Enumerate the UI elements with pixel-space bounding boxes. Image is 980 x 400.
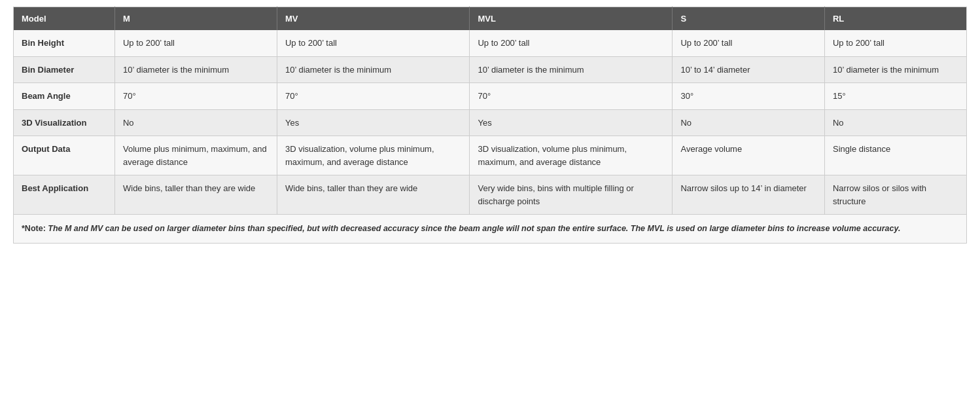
- row-label: Best Application: [14, 175, 115, 215]
- table-cell: Volume plus minimum, maximum, and averag…: [114, 136, 277, 175]
- comparison-table-container: Model M MV MVL S RL Bin HeightUp to 200’…: [0, 0, 980, 257]
- table-cell: 3D visualization, volume plus minimum, m…: [470, 136, 673, 175]
- table-cell: 70°: [114, 83, 277, 110]
- table-cell: Wide bins, taller than they are wide: [114, 175, 277, 215]
- note-row: *Note: The M and MV can be used on large…: [14, 215, 967, 244]
- row-label: Beam Angle: [14, 83, 115, 110]
- table-cell: Narrow silos or silos with structure: [824, 175, 966, 215]
- table-row: Output DataVolume plus minimum, maximum,…: [14, 136, 967, 175]
- col-header-model: Model: [14, 7, 115, 31]
- table-row: 3D VisualizationNoYesYesNoNo: [14, 109, 967, 136]
- table-cell: Up to 200’ tall: [824, 30, 966, 56]
- table-cell: 10’ diameter is the minimum: [470, 56, 673, 83]
- col-header-rl: RL: [824, 7, 966, 31]
- table-cell: Very wide bins, bins with multiple filli…: [470, 175, 673, 215]
- table-header-row: Model M MV MVL S RL: [14, 7, 967, 31]
- row-label: Output Data: [14, 136, 115, 175]
- table-cell: Narrow silos up to 14’ in diameter: [673, 175, 825, 215]
- note-cell: *Note: The M and MV can be used on large…: [14, 215, 967, 244]
- table-cell: 30°: [673, 83, 825, 110]
- table-cell: 70°: [277, 83, 470, 110]
- table-cell: Single distance: [824, 136, 966, 175]
- row-label: Bin Height: [14, 30, 115, 56]
- table-cell: 10’ diameter is the minimum: [824, 56, 966, 83]
- table-cell: Up to 200’ tall: [673, 30, 825, 56]
- table-cell: No: [824, 109, 966, 136]
- table-cell: Up to 200’ tall: [470, 30, 673, 56]
- table-cell: Wide bins, taller than they are wide: [277, 175, 470, 215]
- table-cell: 3D visualization, volume plus minimum, m…: [277, 136, 470, 175]
- table-cell: 70°: [470, 83, 673, 110]
- row-label: 3D Visualization: [14, 109, 115, 136]
- col-header-mvl: MVL: [470, 7, 673, 31]
- table-cell: 15°: [824, 83, 966, 110]
- comparison-table: Model M MV MVL S RL Bin HeightUp to 200’…: [13, 7, 967, 244]
- table-row: Bin Diameter10’ diameter is the minimum1…: [14, 56, 967, 83]
- table-cell: No: [673, 109, 825, 136]
- table-cell: Up to 200’ tall: [114, 30, 277, 56]
- table-cell: 10’ diameter is the minimum: [114, 56, 277, 83]
- table-cell: No: [114, 109, 277, 136]
- table-row: Bin HeightUp to 200’ tallUp to 200’ tall…: [14, 30, 967, 56]
- col-header-m: M: [114, 7, 277, 31]
- col-header-s: S: [673, 7, 825, 31]
- table-cell: Up to 200’ tall: [277, 30, 470, 56]
- table-cell: 10’ diameter is the minimum: [277, 56, 470, 83]
- col-header-mv: MV: [277, 7, 470, 31]
- table-row: Best ApplicationWide bins, taller than t…: [14, 175, 967, 215]
- table-cell: Yes: [277, 109, 470, 136]
- table-cell: 10’ to 14’ diameter: [673, 56, 825, 83]
- table-cell: Average volume: [673, 136, 825, 175]
- table-row: Beam Angle70°70°70°30°15°: [14, 83, 967, 110]
- table-cell: Yes: [470, 109, 673, 136]
- row-label: Bin Diameter: [14, 56, 115, 83]
